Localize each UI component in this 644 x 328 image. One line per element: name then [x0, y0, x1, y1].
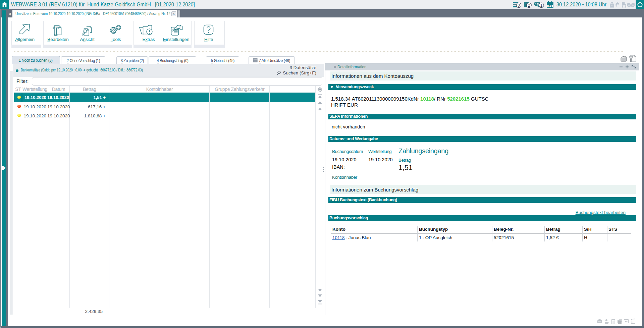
svg-text:2: 2: [528, 3, 530, 8]
svg-text:53: 53: [548, 4, 552, 8]
svg-text:0: 0: [518, 3, 520, 8]
svg-text:1: 1: [540, 3, 543, 8]
